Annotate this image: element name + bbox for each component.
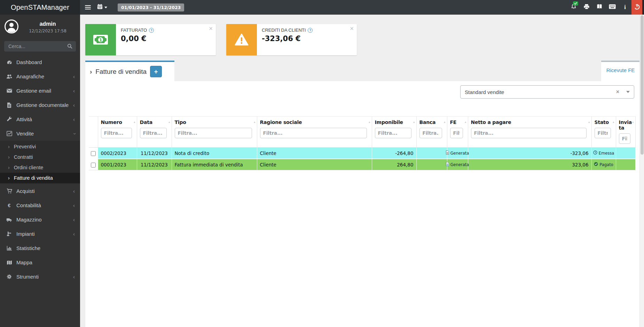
sidebar-item-strumenti[interactable]: Strumenti ‹ [0,270,80,284]
sidebar-item-contratti[interactable]: › Contratti [0,152,80,162]
filter-stato-input[interactable] [595,128,611,138]
filter-netto-input[interactable] [471,128,587,138]
sidebar-item-gestione-documentale[interactable]: Gestione documentale ‹ [0,98,80,112]
invoices-table: Numero ▴ Data ▴ Tipo ▴ Ragione sociale ▴ [89,116,635,170]
sort-icon[interactable]: ▴ [369,120,370,124]
tab-ricevute-fe[interactable]: Ricevute FE [601,61,640,81]
calendar-icon [97,4,103,11]
map-icon [5,260,13,265]
sidebar-item-contabilita[interactable]: € Contabilità ‹ [0,198,80,212]
filter-imponibile-input[interactable] [375,128,411,138]
sidebar-item-magazzino[interactable]: Magazzino ‹ [0,212,80,227]
info-icon: i [624,4,626,10]
logout-button[interactable] [631,0,642,15]
column-inviata[interactable]: Inviata ▴ [616,117,635,148]
sort-icon[interactable]: ▴ [134,120,135,124]
table-row[interactable]: 0002/2023 11/12/2023 Nota di credito Cli… [89,148,635,159]
column-data[interactable]: Data ▴ [137,117,172,148]
cell-netto-a-pagare: 323,06 [468,159,591,170]
chevron-down-icon: ‹ [72,133,76,134]
sort-icon[interactable]: ▴ [444,120,446,124]
sidebar-item-label: Ordini cliente [14,165,44,170]
chevron-right-icon: › [8,144,10,149]
column-numero[interactable]: Numero ▴ [98,117,137,148]
filter-inviata-input[interactable] [619,133,630,144]
close-icon[interactable]: × [209,25,213,32]
sort-icon[interactable]: ▴ [613,120,614,124]
card-value: 0,00 € [121,34,211,43]
wrench-icon [5,117,13,122]
add-invoice-button[interactable]: + [150,66,162,77]
sidebar-item-statistiche[interactable]: Statistiche [0,241,80,255]
filter-fe-input[interactable] [450,128,463,138]
column-netto-a-pagare[interactable]: Netto a pagare ▴ [468,117,591,148]
close-icon[interactable]: × [350,25,354,32]
card-title: FATTURATO [121,28,147,33]
app-logo[interactable]: OpenSTAManager [0,0,80,15]
fatturato-card: 1 FATTURATO ? 0,00 € × [85,24,216,55]
sidebar-toggle-icon[interactable] [85,4,91,10]
column-imponibile[interactable]: Imponibile ▴ [372,117,416,148]
sort-icon[interactable]: ▴ [632,120,634,124]
sidebar-item-fatture-di-vendita[interactable]: › Fatture di vendita [0,173,80,183]
sidebar-item-ordini-cliente[interactable]: › Ordini cliente [0,162,80,173]
sidebar-item-label: Impianti [16,231,35,237]
euro-icon: € [5,203,13,208]
page-scrollbar[interactable] [639,15,644,327]
sidebar-item-label: Statistiche [16,245,40,251]
sort-icon[interactable]: ▴ [588,120,590,124]
cell-data: 11/12/2023 [137,159,172,170]
avatar[interactable] [4,19,19,35]
chevron-right-icon: › [8,175,10,181]
column-stato[interactable]: Stato ▴ [591,117,616,148]
print-button[interactable] [580,0,593,15]
sidebar-item-label: Vendite [16,131,34,137]
filter-banca-input[interactable] [419,128,442,138]
date-range-badge[interactable]: 01/01/2023 - 31/12/2023 [118,3,184,11]
filter-tipo-input[interactable] [175,128,252,138]
period-picker[interactable] [97,4,107,11]
sidebar-item-gestione-email[interactable]: Gestione email ‹ [0,84,80,98]
filter-numero-input[interactable] [101,128,132,138]
sort-icon[interactable]: ▴ [254,120,256,124]
sidebar-item-label: Attività [16,116,32,122]
users-icon [5,74,13,79]
sidebar-item-acquisti[interactable]: Acquisti ‹ [0,184,80,198]
column-tipo[interactable]: Tipo ▴ [172,117,257,148]
sidebar-search-input[interactable] [4,41,76,52]
sidebar-item-preventivi[interactable]: › Preventivi [0,141,80,152]
row-checkbox[interactable] [91,163,96,168]
sidebar-item-mappa[interactable]: Mappa [0,255,80,270]
help-icon[interactable]: ? [308,28,313,33]
sidebar-item-impianti[interactable]: Impianti ‹ [0,227,80,241]
sort-icon[interactable]: ▴ [168,120,170,124]
shortcuts-button[interactable] [606,0,619,15]
chevron-left-icon: ‹ [73,275,75,279]
sort-icon[interactable]: ▴ [413,120,415,124]
info-button[interactable]: i [619,0,631,15]
filter-data-input[interactable] [140,128,167,138]
machine-icon [5,231,13,236]
sidebar-item-vendite[interactable]: Vendite ‹ [0,126,80,141]
ricevute-fe-link[interactable]: Ricevute FE [606,67,635,73]
sidebar-item-dashboard[interactable]: Dashboard [0,55,80,69]
search-icon[interactable] [67,44,72,50]
scrollbar-thumb[interactable] [641,15,644,155]
filter-ragione-sociale-input[interactable] [260,128,367,138]
table-row[interactable]: 0001/2023 11/12/2023 Fattura immediata d… [89,159,635,170]
column-ragione-sociale[interactable]: Ragione sociale ▴ [257,117,372,148]
sidebar-item-attivita[interactable]: Attività ‹ [0,112,80,126]
sidebar-item-anagrafiche[interactable]: Anagrafiche ‹ [0,69,80,84]
cell-tipo: Fattura immediata di vendita [172,159,257,170]
print-template-select[interactable]: Standard vendite × [460,85,634,99]
row-checkbox[interactable] [91,151,96,156]
column-fe[interactable]: FE ▴ [447,117,468,148]
notifications-button[interactable] [567,0,580,15]
cell-imponibile: -264,80 [372,148,416,159]
help-icon[interactable]: ? [149,28,154,33]
column-banca[interactable]: Banca ▴ [416,117,447,148]
clear-selection-icon[interactable]: × [616,89,626,95]
sort-icon[interactable]: ▴ [465,120,466,124]
tab-fatture-di-vendita[interactable]: › Fatture di vendita + [85,61,174,81]
journal-button[interactable] [593,0,606,15]
